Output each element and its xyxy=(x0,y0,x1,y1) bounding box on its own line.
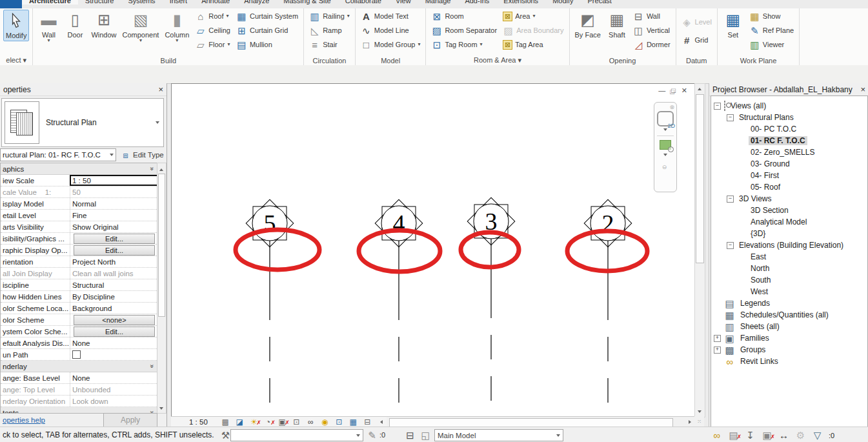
tree-item-north[interactable]: North xyxy=(711,263,867,274)
tree-item-west[interactable]: West xyxy=(711,286,867,297)
tree-expander-icon[interactable]: − xyxy=(727,242,734,249)
tag-room-button[interactable]: ⊡Tag Room▾ xyxy=(429,38,499,51)
tree-item--3d-[interactable]: {3D} xyxy=(711,228,867,239)
crop-region-icon[interactable]: ⊡ xyxy=(292,417,301,427)
tree-item-3d-section[interactable]: 3D Section xyxy=(711,205,867,216)
filter-icon[interactable]: ▽ xyxy=(812,430,823,441)
view-scale-label[interactable]: 1 : 50 xyxy=(189,418,208,426)
model-group-button[interactable]: □Model Group▾ xyxy=(359,38,423,51)
sun-path-icon[interactable]: ☀✗ xyxy=(249,417,259,427)
property-edit-button[interactable]: Edit... xyxy=(74,326,156,337)
property-value[interactable]: 50 xyxy=(70,186,158,197)
tab-view[interactable]: View xyxy=(389,0,418,5)
wall-button[interactable]: ▬Wall▾ xyxy=(36,10,61,44)
modify-button[interactable]: Modify xyxy=(3,10,29,41)
detail-level-icon[interactable]: ▩ xyxy=(221,417,230,427)
select-faces-icon[interactable]: ▣✗ xyxy=(762,430,772,441)
property-value[interactable]: Structural xyxy=(70,279,158,290)
tab-systems[interactable]: Systems xyxy=(121,0,162,5)
property-value[interactable]: 1 : 50 xyxy=(70,175,158,186)
tab-add-ins[interactable]: Add-Ins xyxy=(458,0,496,5)
stair-button[interactable]: ≡Stair xyxy=(307,38,352,51)
viewer-button[interactable]: ▥Viewer xyxy=(747,38,796,51)
property-value[interactable]: <none> xyxy=(70,314,158,325)
tree-item-analytical-model[interactable]: Analytical Model xyxy=(711,216,867,228)
horizontal-scrollbar[interactable] xyxy=(387,417,685,427)
mullion-button[interactable]: ▤Mullion xyxy=(234,38,300,51)
dropdown-arrow-icon[interactable]: ▾ xyxy=(176,39,178,43)
drag-elements-icon[interactable]: ↔ xyxy=(778,430,789,441)
property-value[interactable]: Normal xyxy=(70,198,158,209)
tree-item-groups[interactable]: +▩Groups xyxy=(711,344,867,356)
reveal-constraints-icon[interactable]: ⊟ xyxy=(363,417,372,427)
do-dialog-icon[interactable]: ⊟ xyxy=(405,430,416,441)
drawing-canvas[interactable]: 5432 — □ ✕ ⊗ ⊖ xyxy=(171,83,695,417)
dropdown-arrow-icon[interactable]: ▾ xyxy=(227,43,230,46)
tab-analyze[interactable]: Analyze xyxy=(237,0,276,5)
property-value[interactable]: Show Original xyxy=(70,221,158,232)
by-face-button[interactable]: ◩By Face xyxy=(573,10,603,40)
column-button[interactable]: ▮Column▾ xyxy=(163,10,191,44)
ref-plane-button[interactable]: ✎Ref Plane xyxy=(747,24,796,37)
property-section-nderlay[interactable]: nderlay» xyxy=(1,361,158,372)
door-button[interactable]: ▯Door xyxy=(63,10,87,40)
edit-type-button[interactable]: ⧈ Edit Type xyxy=(119,148,165,161)
model-line-button[interactable]: ∿Model Line xyxy=(359,24,423,37)
tab-extensions[interactable]: Extensions xyxy=(496,0,545,5)
apply-button[interactable]: Apply xyxy=(103,413,157,427)
tab-architecture[interactable]: Architecture xyxy=(22,0,78,5)
tab-annotate[interactable]: Annotate xyxy=(194,0,237,5)
gear-icon[interactable]: ⚙ xyxy=(795,430,806,441)
design-options-combo[interactable] xyxy=(230,429,363,441)
property-value[interactable]: Unbounded xyxy=(70,384,158,395)
curtain-grid-button[interactable]: ⊞Curtain Grid xyxy=(234,24,300,37)
property-edit-button[interactable]: Edit... xyxy=(74,234,156,244)
tree-item-02-zero-smells[interactable]: 02- Zero_SMELLS xyxy=(711,146,867,158)
select-links-icon[interactable]: ∞ xyxy=(711,430,722,441)
tree-item-00-pc-t-o-c[interactable]: 00- PC T.O.C xyxy=(711,123,867,135)
tree-expander-icon[interactable]: + xyxy=(714,335,721,342)
chevron-down-icon[interactable] xyxy=(156,121,159,124)
tree-item-views-all-[interactable]: −Views (all) xyxy=(711,100,867,112)
model-text-button[interactable]: AModel Text xyxy=(359,10,423,23)
tree-item-south[interactable]: South xyxy=(711,274,867,286)
tree-item-3d-views[interactable]: −3D Views xyxy=(711,193,867,205)
tree-item-03-ground[interactable]: 03- Ground xyxy=(711,158,867,170)
chevron-down-icon[interactable] xyxy=(663,128,667,131)
tree-item-legends[interactable]: ▤Legends xyxy=(711,297,867,309)
property-value[interactable]: Edit... xyxy=(70,233,158,244)
dormer-button[interactable]: ◿Dormer xyxy=(631,38,672,51)
tab-manage[interactable]: Manage xyxy=(418,0,458,5)
tree-expander-icon[interactable]: − xyxy=(727,196,734,203)
tree-item-05-roof[interactable]: 05- Roof xyxy=(711,181,867,193)
tree-expander-icon[interactable]: − xyxy=(714,103,721,110)
area-button[interactable]: ⊠Area▾ xyxy=(501,10,565,23)
roof-button[interactable]: ⌂Roof▾ xyxy=(193,10,232,23)
tag-area-button[interactable]: ⊠Tag Area xyxy=(501,38,565,51)
wall-button[interactable]: ⊟Wall xyxy=(631,10,672,23)
navbar-collapse-icon[interactable]: ⊖ xyxy=(662,165,667,170)
hide-isolate-icon[interactable]: ∞ xyxy=(306,417,316,427)
dropdown-arrow-icon[interactable]: ▾ xyxy=(47,39,50,43)
area-boundary-button[interactable]: ▨Area Boundary xyxy=(501,24,565,37)
chevron-down-icon[interactable] xyxy=(663,154,667,156)
property-value[interactable]: None xyxy=(70,337,158,348)
property-value[interactable]: Edit... xyxy=(70,326,158,337)
vertical-scrollbar[interactable] xyxy=(694,83,705,417)
zoom-icon[interactable] xyxy=(660,140,671,150)
tree-expander-icon[interactable]: + xyxy=(714,347,721,354)
dropdown-arrow-icon[interactable]: ▾ xyxy=(480,43,483,46)
close-icon[interactable]: ✕ xyxy=(681,86,687,95)
property-value[interactable]: Background xyxy=(70,303,158,314)
tab-insert[interactable]: Insert xyxy=(163,0,195,5)
tab-modify[interactable]: Modify xyxy=(545,0,580,5)
select-underlay-icon[interactable]: ▤✗ xyxy=(728,430,739,441)
grid-button[interactable]: #Grid xyxy=(680,34,714,46)
property-edit-button[interactable]: <none> xyxy=(74,315,156,325)
level-button[interactable]: ◈Level xyxy=(680,15,714,28)
collapse-chevron-icon[interactable]: » xyxy=(149,167,156,171)
railing-button[interactable]: ▥Railing▾ xyxy=(307,10,352,23)
tab-massing-site[interactable]: Massing & Site xyxy=(276,0,338,5)
dropdown-arrow-icon[interactable]: ▾ xyxy=(227,14,229,18)
vertical-button[interactable]: ◫Vertical xyxy=(631,24,672,37)
